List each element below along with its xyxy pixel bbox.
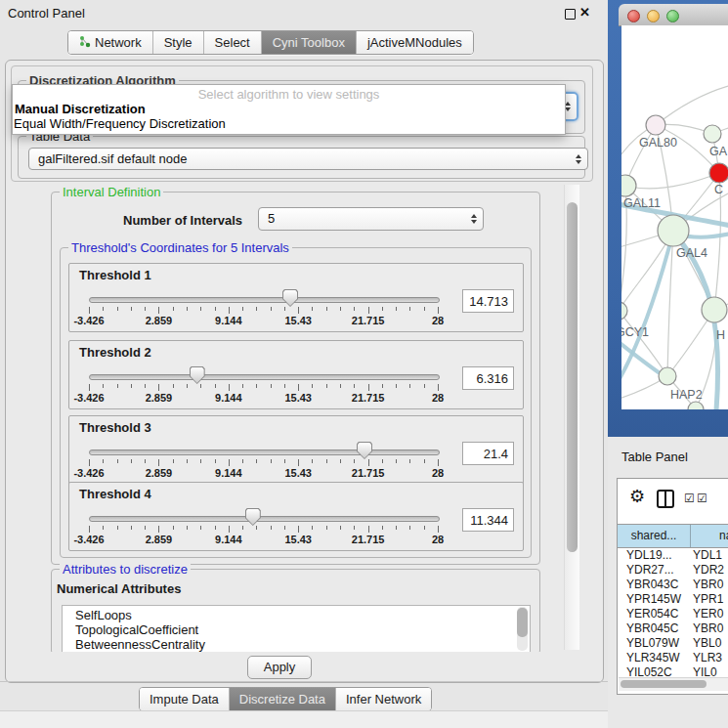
network-canvas[interactable]: GAL80GACGAL11GAL4GCY1HHAP2 <box>621 25 728 409</box>
table-data-combobox[interactable]: galFiltered.sif default node <box>28 148 588 170</box>
interval-definition-group: Interval Definition Number of Intervals … <box>51 192 540 565</box>
table-row[interactable]: YBL079WYBL0 <box>618 636 728 651</box>
threshold-value-field[interactable]: 21.4 <box>462 442 514 465</box>
table-row[interactable]: YPR145WYPR1 <box>618 592 728 607</box>
option-manual-discretization[interactable]: Manual Discretization <box>15 102 146 116</box>
column-header-shared[interactable]: shared... <box>618 525 691 547</box>
table-horizontal-scrollbar[interactable] <box>619 677 728 691</box>
cell-name: YER0 <box>693 607 723 621</box>
dropdown-hint: Select algorithm to view settings <box>13 87 565 102</box>
threshold-slider[interactable]: -3.4262.8599.14415.4321.71528 <box>69 442 523 483</box>
algorithm-dropdown-popup: Select algorithm to view settings Manual… <box>12 84 566 135</box>
unlabeled-node[interactable] <box>704 125 721 143</box>
threshold-2-panel: Threshold 2-3.4262.8599.14415.4321.71528… <box>68 340 524 409</box>
cell-name: YBR0 <box>693 578 723 592</box>
GAL4-node[interactable] <box>658 215 689 246</box>
cyni-mode-tabs: Impute Data Discretize Data Infer Networ… <box>139 687 432 711</box>
tab-network[interactable]: Network <box>68 31 153 54</box>
list-scrollbar-thumb[interactable] <box>517 608 528 637</box>
slider-thumb[interactable] <box>357 442 372 459</box>
table-panel: Table Panel ⚙ ☑ ☑ shared... na YDL19...Y… <box>608 437 728 728</box>
cell-name: YDR2 <box>693 563 724 578</box>
cell-name: YLR3 <box>693 651 722 665</box>
float-window-icon[interactable] <box>565 9 576 20</box>
attribute-item[interactable]: SelfLoops <box>63 606 530 622</box>
control-panel-header: Control Panel ✕ <box>0 0 608 26</box>
node-label: GAL4 <box>676 246 707 260</box>
option-equal-width-frequency[interactable]: Equal Width/Frequency Discretization <box>14 116 226 131</box>
table-row[interactable]: YDR27...YDR2 <box>618 563 728 578</box>
threshold-slider[interactable]: -3.4262.8599.14415.4321.71528 <box>69 289 523 330</box>
threshold-3-panel: Threshold 3-3.4262.8599.14415.4321.71528… <box>68 415 524 485</box>
tab-select[interactable]: Select <box>204 31 262 54</box>
cell-shared-name: YBR045C <box>626 621 678 636</box>
cell-name: YDL1 <box>693 548 722 563</box>
slider-thumb[interactable] <box>245 508 261 526</box>
slider-thumb[interactable] <box>190 366 205 384</box>
settings-vertical-scrollbar[interactable] <box>564 185 579 650</box>
cell-shared-name: YDR27... <box>626 563 674 578</box>
cell-name: YBL0 <box>693 636 721 651</box>
panel-title: Control Panel <box>8 6 85 21</box>
tab-impute-data[interactable]: Impute Data <box>140 688 230 710</box>
threshold-label: Threshold 2 <box>79 345 151 360</box>
number-of-intervals-label: Number of Intervals <box>123 213 242 228</box>
attribute-item[interactable]: BetweennessCentrality <box>63 637 530 652</box>
minimize-traffic-light[interactable] <box>647 10 660 22</box>
close-traffic-light[interactable] <box>627 10 640 22</box>
slider-track[interactable] <box>89 374 440 380</box>
threshold-slider[interactable]: -3.4262.8599.14415.4321.71528 <box>69 508 523 549</box>
red-selected-node[interactable] <box>709 163 728 183</box>
table-row[interactable]: YBR045CYBR0 <box>618 621 728 636</box>
table-row[interactable]: YLR345WYLR3 <box>618 651 728 665</box>
slider-thumb[interactable] <box>282 289 298 307</box>
threshold-value-field[interactable]: 6.316 <box>462 366 514 390</box>
node-label: H <box>716 328 725 342</box>
zoom-traffic-light[interactable] <box>666 10 679 22</box>
gear-icon[interactable]: ⚙ <box>629 488 645 505</box>
network-window-titlebar[interactable] <box>619 4 728 26</box>
slider-tick-labels: -3.4262.8599.14415.4321.71528 <box>89 392 439 404</box>
table-row[interactable]: YER054CYER0 <box>618 607 728 621</box>
tab-infer-network[interactable]: Infer Network <box>336 688 431 710</box>
threshold-label: Threshold 4 <box>79 487 151 501</box>
column-header-name[interactable]: na <box>691 525 728 547</box>
tab-cyni-toolbox[interactable]: Cyni Toolbox <box>262 31 357 54</box>
threshold-label: Threshold 3 <box>79 420 151 435</box>
scrollbar-thumb[interactable] <box>567 202 578 552</box>
scrollbar-thumb[interactable] <box>621 680 707 688</box>
table-row[interactable]: YBR043CYBR0 <box>618 578 728 592</box>
number-of-intervals-combobox[interactable]: 5 <box>258 207 484 231</box>
group-title: Interval Definition <box>60 185 163 199</box>
network-thick-edge[interactable] <box>621 338 665 377</box>
threshold-value-field[interactable]: 11.344 <box>462 508 514 532</box>
threshold-4-panel: Threshold 4-3.4262.8599.14415.4321.71528… <box>68 482 524 551</box>
network-edge[interactable] <box>625 173 719 189</box>
checkbox-icon[interactable]: ☑ <box>697 492 707 504</box>
apply-button[interactable]: Apply <box>247 656 312 679</box>
threshold-slider[interactable]: -3.4262.8599.14415.4321.71528 <box>69 366 523 407</box>
checkbox-icon[interactable]: ☑ <box>684 492 695 504</box>
close-icon[interactable]: ✕ <box>579 5 590 20</box>
combo-arrows-icon <box>471 214 477 224</box>
GAL80-node[interactable] <box>646 115 665 135</box>
slider-track[interactable] <box>89 516 440 522</box>
numerical-attributes-list[interactable]: SelfLoopsTopologicalCoefficientBetweenne… <box>62 605 531 652</box>
H-node[interactable] <box>702 297 727 322</box>
slider-tick-labels: -3.4262.8599.14415.4321.71528 <box>89 467 439 479</box>
slider-track[interactable] <box>89 450 440 455</box>
cell-shared-name: YBR043C <box>626 578 678 592</box>
slider-track[interactable] <box>89 297 440 303</box>
GCY1-node[interactable] <box>621 302 627 320</box>
table-row[interactable]: YDL19...YDL1 <box>618 548 728 563</box>
columns-icon[interactable] <box>657 490 674 508</box>
attribute-item[interactable]: TopologicalCoefficient <box>63 622 530 637</box>
threshold-value-field[interactable]: 14.713 <box>462 289 514 313</box>
network-window-frame: GAL80GACGAL11GAL4GCY1HHAP2 <box>608 0 728 437</box>
tab-style[interactable]: Style <box>153 31 204 54</box>
network-edge[interactable] <box>656 86 728 125</box>
slider-tick-labels: -3.4262.8599.14415.4321.71528 <box>89 315 439 326</box>
tab-jactivemnodules[interactable]: jActiveMNodules <box>357 31 473 54</box>
tab-discretize-data[interactable]: Discretize Data <box>230 688 336 710</box>
HAP2-node[interactable] <box>659 367 676 385</box>
